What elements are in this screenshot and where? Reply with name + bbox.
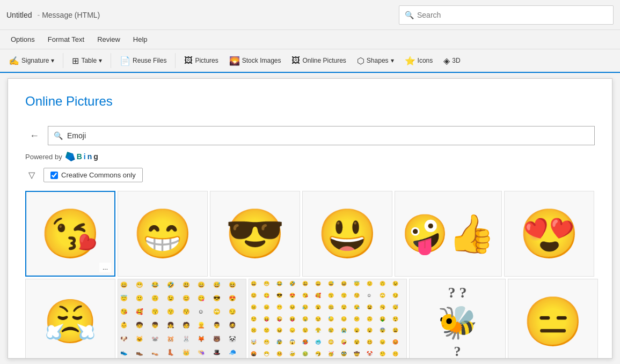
menu-review[interactable]: Review	[91, 33, 127, 46]
search-input[interactable]	[67, 131, 589, 140]
pictures-icon: 🖼	[184, 56, 193, 65]
online-pictures-icon: 🖼	[291, 56, 300, 65]
ribbon-divider-1	[63, 53, 63, 68]
emoji-display-3: 😎	[210, 191, 300, 276]
emoji-display-4: 😃	[303, 191, 392, 276]
image-cell-6[interactable]: 😍	[504, 191, 594, 277]
search-input-wrap[interactable]: 🔍	[48, 126, 595, 145]
ribbon-signature[interactable]: ✍️ Signature ▾	[4, 54, 59, 68]
image-cell-2[interactable]: 😁	[118, 191, 208, 277]
ribbon: ✍️ Signature ▾ ⊞ Table ▾ 📄 Reuse Files 🖼…	[0, 49, 620, 73]
ribbon-3d[interactable]: ◈ 3D	[439, 54, 464, 68]
emoji-display-11: 😑	[508, 279, 597, 359]
image-cell-5[interactable]: 🤪👍	[395, 191, 502, 277]
emoji-grid-small: 😀😁😂🤣😃😄😅😆 😇🙂🙃😉😊😋😎😍 😘🥰😗😙😚☺️🙄😏 👶🧒👦👧🧑👱👨🧔 🐶🐱🐭…	[118, 279, 246, 359]
menu-help[interactable]: Help	[127, 33, 154, 46]
search-icon: 🔍	[54, 131, 63, 140]
emoji-display-2: 😁	[118, 191, 207, 276]
emoji-display-10: ? ? 🐝 ?	[410, 279, 505, 359]
image-cell-10[interactable]: ? ? 🐝 ?	[409, 279, 506, 359]
ribbon-pictures[interactable]: 🖼 Pictures	[180, 54, 222, 68]
table-icon: ⊞	[72, 56, 79, 66]
icons-icon: ⭐	[405, 56, 415, 66]
image-cell-7[interactable]: 😤	[25, 279, 115, 359]
image-cell-11[interactable]: 😑	[508, 279, 598, 359]
ribbon-online-pictures-label: Online Pictures	[302, 57, 346, 64]
signature-icon: ✍️	[9, 56, 19, 66]
bing-wing-icon	[65, 152, 75, 161]
ribbon-shapes-label: Shapes	[367, 57, 389, 64]
shapes-dropdown-icon: ▾	[391, 57, 394, 64]
cc-checkbox-input[interactable]	[50, 172, 58, 179]
image-cell-1[interactable]: 😘 ...	[25, 191, 115, 277]
ribbon-pictures-label: Pictures	[195, 57, 218, 64]
ribbon-table-label: Table	[81, 57, 97, 64]
shapes-icon: ⬡	[357, 56, 364, 66]
image-row-2: 😤 😀😁😂🤣😃😄😅😆 😇🙂🙃😉😊😋😎😍 😘🥰😗😙😚☺️🙄😏 👶🧒👦👧🧑👱👨🧔 🐶…	[25, 279, 595, 359]
ribbon-divider-3	[175, 53, 176, 68]
ribbon-3d-label: 3D	[452, 57, 460, 64]
ribbon-icons[interactable]: ⭐ Icons	[400, 54, 437, 68]
filter-row: ▽ Creative Commons only	[25, 168, 595, 182]
ribbon-stock-images[interactable]: 🌄 Stock Images	[225, 54, 286, 68]
creative-commons-checkbox[interactable]: Creative Commons only	[43, 168, 143, 182]
online-pictures-panel: Online Pictures ← 🔍 Powered by Bing ▽ Cr…	[8, 78, 612, 359]
image-row-1: 😘 ... 😁 😎 😃 🤪👍 😍	[25, 191, 595, 277]
bing-b: B	[77, 152, 82, 161]
emoji-grid-large: 😀😁😂🤣😃😄😅😆😇🙂🙃😉 😊😋😎😍😘🥰😗😙😚☺️🙄😏 😐😑😶😣😥😮🤐😯😪😫🥱😴 …	[249, 279, 406, 359]
3d-icon: ◈	[443, 56, 450, 66]
dots-menu-1[interactable]: ...	[99, 263, 111, 272]
signature-dropdown-icon: ▾	[51, 57, 54, 64]
powered-by: Powered by Bing	[25, 152, 595, 161]
search-row: ← 🔍	[25, 126, 595, 145]
powered-by-text: Powered by	[25, 153, 62, 161]
image-cell-3[interactable]: 😎	[210, 191, 300, 277]
image-cell-9[interactable]: 😀😁😂🤣😃😄😅😆😇🙂🙃😉 😊😋😎😍😘🥰😗😙😚☺️🙄😏 😐😑😶😣😥😮🤐😯😪😫🥱😴 …	[249, 279, 407, 359]
emoji-display-6: 😍	[505, 191, 594, 276]
menu-format-text[interactable]: Format Text	[41, 33, 91, 46]
emoji-display-5: 🤪👍	[395, 191, 501, 276]
ribbon-online-pictures[interactable]: 🖼 Online Pictures	[287, 54, 350, 68]
cc-checkbox-label: Creative Commons only	[61, 171, 136, 179]
ribbon-icons-label: Icons	[418, 57, 433, 64]
image-cell-4[interactable]: 😃	[302, 191, 392, 277]
bing-logo: Bing	[65, 152, 98, 161]
title-message: Message (HTML)	[42, 11, 100, 19]
ribbon-signature-label: Signature	[21, 57, 49, 64]
bing-g: g	[93, 152, 98, 161]
image-grid: 😘 ... 😁 😎 😃 🤪👍 😍	[8, 191, 612, 359]
image-cell-8[interactable]: 😀😁😂🤣😃😄😅😆 😇🙂🙃😉😊😋😎😍 😘🥰😗😙😚☺️🙄😏 👶🧒👦👧🧑👱👨🧔 🐶🐱🐭…	[118, 279, 246, 359]
ribbon-table[interactable]: ⊞ Table ▾	[68, 54, 106, 68]
menu-options[interactable]: Options	[4, 33, 41, 46]
ribbon-stock-images-label: Stock Images	[242, 57, 281, 64]
table-dropdown-icon: ▾	[99, 57, 102, 64]
title-text: Untitled	[6, 11, 32, 19]
ribbon-shapes[interactable]: ⬡ Shapes ▾	[353, 54, 398, 68]
back-button[interactable]: ←	[25, 128, 43, 144]
title-bar: Untitled - Message (HTML) 🔍	[0, 0, 620, 30]
bing-n: n	[87, 152, 92, 161]
filter-button[interactable]: ▽	[25, 168, 38, 182]
ribbon-divider-2	[111, 53, 111, 68]
reuse-files-icon: 📄	[120, 56, 130, 66]
stock-images-icon: 🌄	[229, 56, 240, 66]
panel-title: Online Pictures	[25, 94, 595, 109]
menu-bar: Options Format Text Review Help	[0, 30, 620, 49]
title-search[interactable]: 🔍	[399, 5, 614, 25]
bing-i: i	[84, 152, 86, 161]
panel-header: Online Pictures	[8, 79, 612, 117]
ribbon-reuse-files-label: Reuse Files	[133, 57, 166, 64]
emoji-display-7: 😤	[26, 279, 115, 359]
search-icon-title: 🔍	[405, 11, 414, 19]
ribbon-reuse-files[interactable]: 📄 Reuse Files	[115, 54, 171, 68]
title-separator: -	[37, 11, 40, 19]
title-search-input[interactable]	[417, 11, 608, 19]
